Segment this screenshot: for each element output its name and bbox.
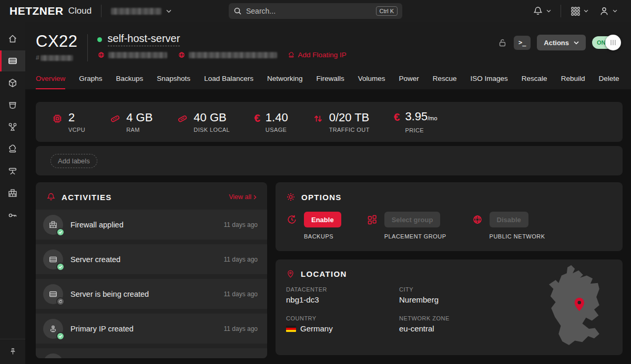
activity-avatar [43, 319, 63, 339]
field-value: Germany [300, 324, 333, 333]
chevron-down-icon [613, 9, 617, 13]
top-bar: HETZNER Cloud Ctrl K [0, 0, 631, 22]
user-menu[interactable] [594, 6, 623, 16]
chevron-down-icon [166, 9, 171, 13]
sidebar-item-security[interactable] [0, 205, 25, 226]
tab-rescue[interactable]: Rescue [433, 75, 457, 89]
server-stats-card: 2VCPU 4 GBRAM 40 GBDISK LOCAL € 1.40USAG… [36, 102, 623, 142]
tab-rebuild[interactable]: Rebuild [561, 75, 585, 89]
actions-button[interactable]: Actions [537, 35, 586, 50]
chevron-down-icon [574, 41, 579, 45]
field-label: NETWORK ZONE [399, 315, 559, 321]
sidebar-item-load-balancers[interactable] [0, 117, 25, 138]
euro-icon: € [254, 112, 260, 133]
firewall-icon [7, 188, 18, 199]
power-state: ON [597, 39, 606, 46]
bell-icon [46, 192, 56, 202]
activity-time: 11 days ago [224, 256, 258, 263]
option-label: PLACEMENT GROUP [384, 233, 446, 240]
tab-firewalls[interactable]: Firewalls [316, 75, 344, 89]
enable-backups-button[interactable]: Enable [304, 212, 341, 227]
add-labels-button[interactable]: Add labels [50, 154, 97, 168]
stat-value: 2 [68, 111, 85, 124]
sidebar-item-home[interactable] [0, 28, 25, 49]
load-balancer-icon [7, 122, 18, 132]
option-placement-group: Select group PLACEMENT GROUP [367, 212, 446, 240]
project-name-redacted [111, 8, 161, 15]
apps-menu[interactable] [565, 6, 594, 16]
tab-volumes[interactable]: Volumes [358, 75, 385, 89]
stat-traffic: 0/20 TBTRAFFIC OUT [312, 111, 370, 133]
tab-rescale[interactable]: Rescale [522, 75, 547, 89]
ram-icon [109, 113, 121, 124]
tab-load-balancers[interactable]: Load Balancers [204, 75, 253, 89]
location-datacenter: DATACENTER nbg1-dc3 [286, 286, 399, 304]
power-toggle[interactable]: ON [592, 36, 618, 49]
sidebar-item-volumes[interactable] [0, 95, 25, 116]
sidebar-item-floating-ips[interactable] [0, 139, 25, 160]
stat-label: RAM [126, 127, 152, 133]
view-all-label: View all [229, 193, 251, 201]
tab-power[interactable]: Power [399, 75, 419, 89]
sidebar-item-servers[interactable] [0, 50, 25, 71]
globe-icon [178, 51, 186, 59]
activity-time: 11 days ago [224, 221, 258, 228]
activity-avatar [43, 284, 63, 304]
stat-label: VCPU [68, 127, 85, 133]
floating-ip-icon [7, 144, 18, 154]
ipv4-redacted [108, 52, 167, 58]
view-all-link[interactable]: View all [229, 193, 257, 201]
project-selector[interactable] [111, 8, 171, 15]
sidebar-pin-toggle[interactable] [0, 339, 25, 364]
history-icon [286, 214, 298, 225]
option-backups: Enable BACKUPS [286, 212, 341, 240]
tab-backups[interactable]: Backups [116, 75, 144, 89]
tab-iso-images[interactable]: ISO Images [471, 75, 508, 89]
notifications-menu[interactable] [527, 6, 556, 16]
stat-disk: 40 GBDISK LOCAL [177, 111, 230, 133]
add-floating-ip-button[interactable]: Add Floating IP [288, 51, 347, 59]
globe-icon [472, 214, 483, 225]
tab-networking[interactable]: Networking [267, 75, 303, 89]
location-pin-icon [286, 269, 295, 278]
select-placement-group-button: Select group [384, 212, 441, 227]
bell-icon [533, 6, 543, 16]
server-name[interactable]: self-host-server [108, 33, 180, 46]
stat-label: TRAFFIC OUT [329, 127, 370, 133]
sidebar-item-firewalls[interactable] [0, 183, 25, 204]
sidebar-item-images[interactable] [0, 72, 25, 93]
console-button[interactable]: >_ [514, 36, 531, 50]
stat-label: DISK LOCAL [194, 127, 230, 133]
activities-card: ACTIVITIES View all Firewall applied 11 … [36, 182, 267, 358]
tab-overview[interactable]: Overview [36, 75, 65, 89]
success-check-icon [56, 263, 65, 271]
traffic-icon [312, 113, 324, 124]
chevron-down-icon [546, 9, 551, 13]
activity-avatar [43, 215, 63, 235]
divider [561, 5, 561, 17]
tab-graphs[interactable]: Graphs [79, 75, 102, 89]
stat-suffix: /mo [428, 115, 437, 121]
activities-title: ACTIVITIES [62, 193, 112, 202]
divider [87, 34, 88, 61]
tab-snapshots[interactable]: Snapshots [157, 75, 190, 89]
stat-value: 4 GB [126, 111, 152, 124]
placement-squares-icon [367, 214, 378, 225]
activity-row: Server created 11 days ago [36, 244, 267, 274]
activity-row: Server is being created 11 days ago [36, 279, 267, 309]
add-floating-ip-label: Add Floating IP [298, 51, 347, 59]
tab-delete[interactable]: Delete [598, 75, 619, 89]
firewall-icon [48, 220, 58, 230]
sidebar-item-networks[interactable] [0, 161, 25, 182]
labels-card: Add labels [36, 146, 623, 175]
divider [101, 5, 101, 17]
stat-vcpu: 2VCPU [52, 111, 85, 133]
success-check-icon [56, 228, 65, 236]
server-ipv6 [178, 51, 277, 59]
activity-row: Firewall applied 11 days ago [36, 210, 267, 240]
server-icon [48, 255, 58, 264]
search-input[interactable] [246, 7, 372, 15]
activity-avatar [43, 249, 63, 269]
location-city: CITY Nuremberg [399, 286, 559, 304]
search-bar[interactable]: Ctrl K [229, 3, 402, 19]
